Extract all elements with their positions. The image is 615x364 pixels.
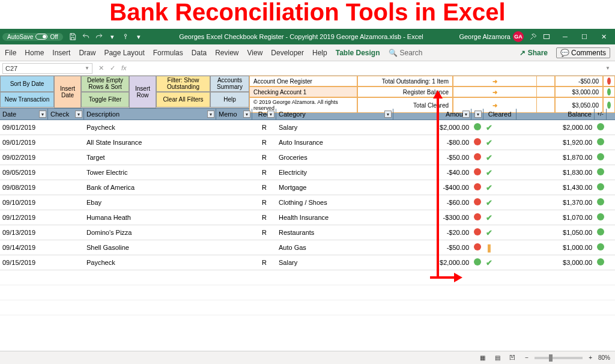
table-row[interactable]: 09/08/2019Bank of AmericaRMortgage-$400.…	[0, 180, 615, 195]
cell-balance[interactable]: $1,070.00	[517, 214, 595, 221]
col-check[interactable]: Check▼	[48, 109, 84, 120]
cell-rec[interactable]: R	[252, 199, 276, 206]
cell-rec[interactable]: R	[252, 124, 276, 131]
cell-category[interactable]: Auto Gas	[276, 244, 393, 251]
cell-date[interactable]: 09/01/2019	[0, 139, 48, 146]
fx-icon[interactable]: fx	[121, 64, 127, 72]
zoom-out-button[interactable]: −	[525, 354, 529, 361]
tab-file[interactable]: File	[5, 49, 16, 57]
zoom-in-button[interactable]: +	[589, 354, 592, 361]
delete-empty-button[interactable]: Delete Empty Rows & Sort	[81, 76, 129, 92]
cell-cleared[interactable]: ✔	[483, 198, 517, 207]
filter-icon[interactable]: ▼	[474, 111, 482, 118]
filter-icon[interactable]: ▼	[267, 111, 274, 118]
zoom-slider[interactable]	[535, 357, 583, 359]
cell-balance[interactable]: $3,000.00	[517, 259, 595, 266]
zoom-level[interactable]: 80%	[598, 354, 610, 361]
accounts-summary-button[interactable]: Accounts Summary	[210, 76, 249, 92]
toggle-filter-button[interactable]: Toggle Filter	[81, 92, 129, 108]
cell-balance[interactable]: $1,920.00	[517, 139, 595, 146]
table-row[interactable]: 09/10/2019EbayRClothing / Shoes-$60.00✔$…	[0, 195, 615, 210]
cell-balance[interactable]: $1,370.00	[517, 199, 595, 206]
tab-developer[interactable]: Developer	[271, 49, 304, 57]
tab-insert[interactable]: Insert	[52, 49, 70, 57]
user-account[interactable]: George Alzamora GA	[459, 31, 524, 42]
normal-view-icon[interactable]: ▦	[476, 352, 489, 363]
cell-category[interactable]: Groceries	[276, 154, 393, 161]
tab-page-layout[interactable]: Page Layout	[104, 49, 144, 57]
empty-row[interactable]	[0, 300, 615, 315]
autosave-toggle[interactable]: AutoSave Off	[2, 33, 63, 41]
accept-formula-icon[interactable]: ✓	[110, 64, 115, 72]
cell-amount[interactable]: $2,000.00	[393, 124, 471, 131]
cell-date[interactable]: 09/10/2019	[0, 199, 48, 206]
col-amount[interactable]: Amount▼	[393, 109, 471, 120]
cell-amount[interactable]: -$20.00	[393, 229, 471, 236]
tab-draw[interactable]: Draw	[79, 49, 95, 57]
filter-icon[interactable]: ▼	[462, 111, 470, 118]
ribbon-mode-icon[interactable]	[542, 32, 551, 41]
tab-review[interactable]: Review	[215, 49, 238, 57]
col-cleared[interactable]: Cleared	[483, 109, 517, 120]
empty-row[interactable]	[0, 285, 615, 300]
cell-description[interactable]: Target	[84, 154, 216, 161]
new-transaction-button[interactable]: New Transaction	[0, 92, 54, 108]
cell-category[interactable]: Salary	[276, 259, 393, 266]
col-rec[interactable]: Rec▼	[252, 109, 276, 120]
qat-dropdown2-icon[interactable]: ▾	[134, 32, 144, 41]
minimize-button[interactable]: ─	[556, 30, 574, 43]
table-row[interactable]: 09/02/2019TargetRGroceries-$50.00✔$1,870…	[0, 150, 615, 165]
cell-rec[interactable]: R	[252, 169, 276, 176]
cell-amount[interactable]: -$40.00	[393, 169, 471, 176]
cell-cleared[interactable]: ✔	[483, 228, 517, 237]
col-sign[interactable]: +/-▼	[471, 109, 483, 120]
table-row[interactable]: 09/14/2019Shell GasolineAuto Gas-$50.00❚…	[0, 240, 615, 255]
close-button[interactable]: ✕	[595, 30, 613, 43]
cell-date[interactable]: 09/02/2019	[0, 154, 48, 161]
table-row[interactable]: 09/01/2019PaycheckRSalary$2,000.00✔$2,00…	[0, 120, 615, 135]
cell-description[interactable]: Bank of America	[84, 184, 216, 191]
cell-date[interactable]: 09/15/2019	[0, 259, 48, 266]
tab-formulas[interactable]: Formulas	[153, 49, 183, 57]
cell-cleared[interactable]: ✔	[483, 213, 517, 222]
cell-category[interactable]: Clothing / Shoes	[276, 199, 393, 206]
table-row[interactable]: 09/15/2019PaycheckRSalary$2,000.00✔$3,00…	[0, 255, 615, 270]
tab-view[interactable]: View	[247, 49, 263, 57]
cell-balance[interactable]: $2,000.00	[517, 124, 595, 131]
tab-home[interactable]: Home	[25, 49, 44, 57]
cell-description[interactable]: Paycheck	[84, 124, 216, 131]
cell-balance[interactable]: $1,430.00	[517, 184, 595, 191]
sort-by-date-button[interactable]: Sort By Date	[0, 76, 54, 92]
col-sign2[interactable]: +/-	[595, 109, 607, 120]
cell-description[interactable]: Ebay	[84, 199, 216, 206]
cell-description[interactable]: Paycheck	[84, 259, 216, 266]
comments-button[interactable]: 💬 Comments	[556, 47, 610, 58]
maximize-button[interactable]: ☐	[575, 30, 593, 43]
cell-balance[interactable]: $1,000.00	[517, 244, 595, 251]
cell-amount[interactable]: -$80.00	[393, 139, 471, 146]
cell-description[interactable]: Domino's Pizza	[84, 229, 216, 236]
name-box[interactable]: C27▼	[2, 63, 92, 74]
tab-table-design[interactable]: Table Design	[336, 49, 380, 57]
table-row[interactable]: 09/13/2019Domino's PizzaRRestaurants-$20…	[0, 225, 615, 240]
cell-category[interactable]: Restaurants	[276, 229, 393, 236]
filter-icon[interactable]: ▼	[39, 111, 46, 118]
undo-icon[interactable]	[81, 32, 91, 41]
filter-icon[interactable]: ▼	[75, 111, 82, 118]
table-row[interactable]: 09/01/2019All State InsuranceRAuto Insur…	[0, 135, 615, 150]
cell-description[interactable]: Humana Heath	[84, 214, 216, 221]
page-layout-view-icon[interactable]: ▤	[491, 352, 504, 363]
save-icon[interactable]	[68, 32, 77, 41]
cell-balance[interactable]: $1,870.00	[517, 154, 595, 161]
cell-cleared[interactable]: ✔	[483, 123, 517, 132]
cell-description[interactable]: Shell Gasoline	[84, 244, 216, 251]
cell-amount[interactable]: -$60.00	[393, 199, 471, 206]
col-balance[interactable]: Balance	[517, 109, 595, 120]
cell-amount[interactable]: -$400.00	[393, 184, 471, 191]
filter-icon[interactable]: ▼	[243, 111, 250, 118]
cell-rec[interactable]: R	[252, 229, 276, 236]
cell-amount[interactable]: $2,000.00	[393, 259, 471, 266]
cell-category[interactable]: Electricity	[276, 169, 393, 176]
page-break-view-icon[interactable]: 凹	[506, 353, 519, 363]
cell-amount[interactable]: -$50.00	[393, 244, 471, 251]
